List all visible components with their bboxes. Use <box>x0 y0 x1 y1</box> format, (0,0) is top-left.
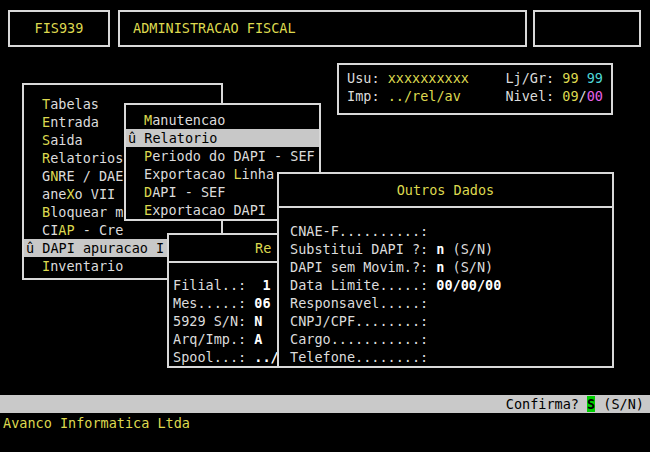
session-info-box: Usu: xxxxxxxxxx Lj/Gr: 99 99 Imp: ../rel… <box>337 63 613 115</box>
checkmark-icon: û <box>128 130 144 146</box>
session-row-user: Usu: xxxxxxxxxx Lj/Gr: 99 99 <box>347 69 603 87</box>
store-label: Lj/Gr: <box>505 70 562 86</box>
app-title: ADMINISTRACAO FISCAL <box>133 20 296 36</box>
field-data-limite[interactable]: Data Limite.....: 00/00/00 <box>290 276 612 294</box>
submenu-item-periodo-dapi[interactable]: Periodo do DAPI - SEF <box>126 147 319 165</box>
field-cnpj-cpf[interactable]: CNPJ/CPF........: <box>290 312 612 330</box>
checkmark-icon: û <box>26 240 42 256</box>
printer-value: ../rel/av <box>388 88 461 104</box>
confirm-question: Confirma? <box>506 396 587 412</box>
company-name: Avanco Informatica Ltda <box>3 414 190 432</box>
store-value-1: 99 <box>562 70 586 86</box>
user-value: xxxxxxxxxx <box>388 70 469 86</box>
printer-label: Imp: <box>347 88 388 104</box>
program-code: FIS939 <box>35 20 84 36</box>
level-value-2: 00 <box>587 88 603 104</box>
confirm-options: (S/N) <box>595 396 644 412</box>
field-telefone[interactable]: Telefone........: <box>290 348 612 366</box>
level-sep: / <box>579 88 587 104</box>
app-title-box: ADMINISTRACAO FISCAL <box>118 10 527 47</box>
field-cnae[interactable]: CNAE-F..........: <box>290 222 612 240</box>
field-substitui-dapi[interactable]: Substitui DAPI ?: n (S/N) <box>290 240 612 258</box>
user-label: Usu: <box>347 70 388 86</box>
header-empty-box <box>533 10 641 47</box>
field-dapi-sem-movim[interactable]: DAPI sem Movim.?: n (S/N) <box>290 258 612 276</box>
field-cargo[interactable]: Cargo...........: <box>290 330 612 348</box>
level-value-1: 09 <box>562 88 578 104</box>
store-value-2: 99 <box>587 70 603 86</box>
field-responsavel[interactable]: Responsavel.....: <box>290 294 612 312</box>
outros-dados-window: Outros Dados CNAE-F..........: Substitui… <box>277 172 614 368</box>
confirm-bar: Confirma? S (S/N) <box>0 395 650 413</box>
session-row-printer: Imp: ../rel/av Nivel: 09/00 <box>347 87 603 105</box>
outros-dados-title: Outros Dados <box>279 174 612 208</box>
level-label: Nivel: <box>505 88 562 104</box>
submenu-item-relatorio[interactable]: û Relatorio <box>126 129 319 147</box>
submenu-item-manutencao[interactable]: Manutencao <box>126 111 319 129</box>
program-code-box: FIS939 <box>8 10 110 47</box>
confirm-key-input[interactable]: S <box>587 396 595 412</box>
